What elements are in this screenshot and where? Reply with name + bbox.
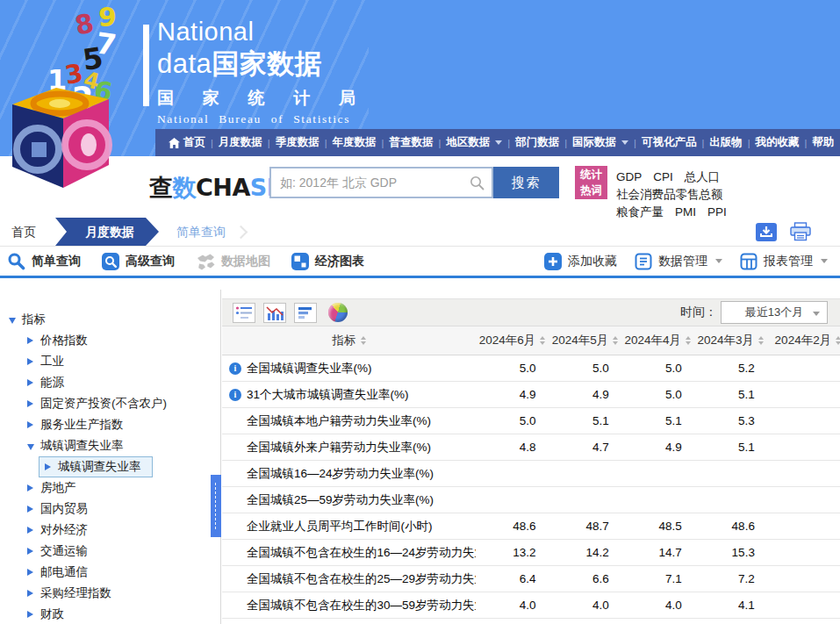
- tree-item-12[interactable]: 邮电通信: [0, 562, 220, 583]
- tree-item-label: 工业: [40, 354, 64, 369]
- tree-item-0[interactable]: 指标: [0, 309, 220, 330]
- column-header-date[interactable]: 2024年2月: [767, 333, 840, 348]
- tab-advanced-query[interactable]: 高级查询: [102, 253, 175, 270]
- tab-econ-chart[interactable]: 经济图表: [291, 253, 364, 270]
- tree-collapsed-icon[interactable]: [27, 484, 33, 491]
- tree-item-10[interactable]: 对外经济: [0, 520, 220, 541]
- column-header-date[interactable]: 2024年4月: [621, 333, 694, 348]
- value-cell: 5.0: [549, 362, 621, 375]
- nav-item-3[interactable]: 年度数据: [328, 135, 381, 150]
- value-cell: 4.0: [621, 599, 694, 612]
- tree-collapsed-icon[interactable]: [27, 358, 33, 365]
- tree-item-13[interactable]: 采购经理指数: [0, 583, 220, 604]
- tree-item-2[interactable]: 工业: [0, 351, 220, 372]
- tree-item-8[interactable]: 房地产: [0, 477, 220, 498]
- info-icon[interactable]: [229, 362, 241, 375]
- hot-word[interactable]: CPI: [653, 169, 673, 186]
- nav-item-2[interactable]: 季度数据: [271, 135, 324, 150]
- nav-item-7[interactable]: 国际数据: [568, 135, 633, 150]
- value-cell: 5.0: [621, 362, 694, 375]
- nav-item-4[interactable]: 普查数据: [384, 135, 437, 150]
- tree-collapsed-icon[interactable]: [27, 611, 33, 618]
- tree-collapsed-icon[interactable]: [27, 379, 33, 386]
- sort-icon[interactable]: [540, 336, 545, 345]
- column-header-indicator[interactable]: 指标: [222, 333, 476, 348]
- tree-item-1[interactable]: 价格指数: [0, 330, 220, 351]
- nav-item-6[interactable]: 部门数据: [511, 135, 564, 150]
- tree-item-7[interactable]: 城镇调查失业率: [0, 456, 220, 477]
- search-input[interactable]: [280, 176, 470, 190]
- column-header-date[interactable]: 2024年5月: [549, 333, 621, 348]
- nav-item-5[interactable]: 地区数据: [442, 135, 506, 150]
- download-button[interactable]: [756, 223, 777, 241]
- nav-item-label: 部门数据: [515, 135, 559, 150]
- bureau-cn-char: 家: [203, 87, 219, 110]
- sort-icon[interactable]: [836, 336, 840, 345]
- column-header-date[interactable]: 2024年3月: [694, 333, 767, 348]
- hot-word[interactable]: GDP: [616, 169, 642, 186]
- bar-chart-view-button[interactable]: [263, 303, 286, 323]
- tree-collapsed-icon[interactable]: [45, 463, 51, 470]
- nav-item-10[interactable]: 我的收藏: [751, 135, 804, 150]
- tree-item-14[interactable]: 财政: [0, 604, 220, 624]
- tree-item-5[interactable]: 服务业生产指数: [0, 414, 220, 435]
- tab-simple-query[interactable]: 简单查询: [7, 252, 81, 270]
- tree-item-3[interactable]: 能源: [0, 372, 220, 393]
- info-icon[interactable]: [229, 389, 241, 401]
- tree-node: 房地产: [27, 480, 76, 496]
- tree-collapsed-icon[interactable]: [27, 590, 33, 597]
- value-cell: 7.2: [694, 572, 767, 585]
- tree-expanded-icon[interactable]: [9, 318, 16, 324]
- report-view-button[interactable]: [294, 303, 317, 323]
- pie-view-button[interactable]: [328, 303, 348, 322]
- breadcrumb-home[interactable]: 首页: [0, 218, 48, 246]
- sort-icon[interactable]: [613, 336, 618, 345]
- nav-item-8[interactable]: 可视化产品: [637, 135, 701, 150]
- tree-item-11[interactable]: 交通运输: [0, 541, 220, 562]
- tree-collapsed-icon[interactable]: [27, 569, 33, 576]
- nav-item-0[interactable]: 首页: [164, 135, 210, 150]
- indicator-label: 全国城镇25—59岁劳动力失业率(%): [247, 493, 434, 506]
- tree-collapsed-icon[interactable]: [27, 400, 33, 407]
- tab-data-map[interactable]: 数据地图: [196, 253, 270, 270]
- hot-word[interactable]: 总人口: [685, 169, 721, 186]
- nav-item-11[interactable]: 帮助: [808, 135, 838, 150]
- report-manage-button[interactable]: 报表管理: [740, 253, 828, 270]
- tree-collapsed-icon[interactable]: [27, 548, 33, 555]
- tree-item-6[interactable]: 城镇调查失业率: [0, 435, 220, 456]
- add-favorite-button[interactable]: 添加收藏: [544, 253, 617, 270]
- indicator-name: 全国城镇25—59岁劳动力失业率(%): [222, 492, 476, 508]
- tree-collapsed-icon[interactable]: [27, 421, 33, 428]
- hot-word[interactable]: 社会消费品零售总额: [616, 186, 723, 204]
- print-button[interactable]: [789, 222, 812, 241]
- tree-collapsed-icon[interactable]: [27, 506, 33, 513]
- time-range-select[interactable]: 最近13个月: [721, 301, 828, 324]
- tree-item-9[interactable]: 国内贸易: [0, 498, 220, 520]
- tree-item-4[interactable]: 固定资产投资(不含农户): [0, 393, 220, 414]
- tree-node: 邮电通信: [27, 564, 88, 580]
- bureau-en: National Bureau of Statistics: [157, 112, 355, 126]
- breadcrumb-page[interactable]: 简单查询: [159, 218, 236, 246]
- sort-icon[interactable]: [361, 336, 366, 345]
- list-view-button[interactable]: [233, 303, 255, 323]
- tree-item-label: 城镇调查失业率: [58, 459, 141, 475]
- breadcrumb-section[interactable]: 月度数据: [55, 218, 159, 246]
- list-view-icon: [235, 305, 253, 320]
- tree-node: 财政: [27, 606, 64, 622]
- sidebar-resize-handle[interactable]: [211, 475, 221, 537]
- search-button[interactable]: 搜索: [493, 167, 559, 198]
- tree-node: 对外经济: [27, 522, 88, 538]
- column-header-label: 2024年6月: [479, 333, 536, 348]
- sort-icon[interactable]: [686, 336, 691, 345]
- nav-item-1[interactable]: 月度数据: [214, 135, 267, 150]
- value-cell: 14.2: [549, 546, 621, 559]
- value-cell: 48.6: [476, 520, 549, 533]
- tree-collapsed-icon[interactable]: [27, 527, 33, 534]
- data-manage-button[interactable]: 数据管理: [635, 253, 722, 270]
- nav-item-9[interactable]: 出版物: [705, 135, 747, 150]
- table-row-8: 全国城镇不包含在校生的25—29岁劳动力失业率(%)6.46.67.17.2: [222, 566, 840, 592]
- tree-collapsed-icon[interactable]: [27, 337, 33, 344]
- tree-expanded-icon[interactable]: [27, 444, 34, 450]
- sort-icon[interactable]: [758, 336, 764, 345]
- column-header-date[interactable]: 2024年6月: [476, 333, 549, 348]
